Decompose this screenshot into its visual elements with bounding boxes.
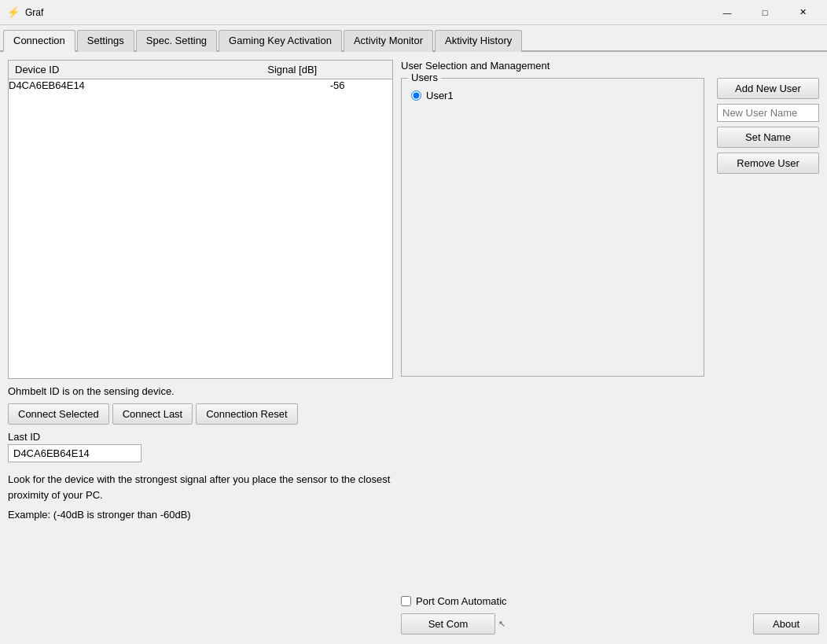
tab-settings[interactable]: Settings (77, 30, 134, 52)
connect-selected-button[interactable]: Connect Selected (8, 403, 109, 425)
port-com-row: Port Com Automatic (401, 595, 507, 607)
col-signal: Signal [dB] (192, 61, 392, 79)
new-user-name-input[interactable] (717, 104, 819, 122)
last-id-input[interactable] (8, 444, 142, 462)
close-button[interactable]: ✕ (785, 1, 821, 24)
user-name-label: User1 (426, 90, 454, 101)
app-icon: ⚡ (6, 6, 20, 20)
status-text: Ohmbelt ID is on the sensing device. (8, 385, 393, 397)
user-radio-user1[interactable] (411, 90, 421, 101)
port-com-checkbox[interactable] (401, 596, 411, 606)
table-row[interactable]: D4CA6EB64E14 -56 (9, 79, 392, 91)
port-com-label: Port Com Automatic (416, 595, 507, 607)
window-controls: — □ ✕ (709, 1, 821, 24)
maximize-button[interactable]: □ (747, 1, 783, 24)
about-section: About (753, 613, 819, 635)
tab-activity-monitor[interactable]: Activity Monitor (344, 30, 433, 52)
titlebar: ⚡ Graf — □ ✕ (0, 0, 827, 25)
minimize-button[interactable]: — (709, 1, 745, 24)
main-content: Device ID Signal [dB] D4CA6EB64E14 -56 (0, 52, 827, 642)
last-id-label: Last ID (8, 431, 393, 443)
last-id-area: Last ID (8, 431, 393, 462)
device-table-body[interactable]: D4CA6EB64E14 -56 (9, 79, 392, 378)
users-groupbox: Users User1 (401, 78, 704, 377)
user-selection-title: User Selection and Management (401, 60, 819, 72)
user-management-area: Users User1 Add New User Set Name Remove… (401, 78, 819, 377)
info-text: Look for the device with the strongest s… (8, 472, 393, 502)
cell-signal: -56 (330, 79, 392, 91)
connection-buttons: Connect Selected Connect Last Connection… (8, 403, 393, 425)
users-list[interactable]: User1 (408, 85, 697, 370)
tab-spec-setting[interactable]: Spec. Setting (136, 30, 217, 52)
tab-bar: Connection Settings Spec. Setting Gaming… (0, 25, 827, 52)
example-text: Example: (-40dB is stronger than -60dB) (8, 509, 393, 521)
about-button[interactable]: About (753, 613, 819, 635)
col-device-id: Device ID (9, 61, 192, 79)
remove-user-button[interactable]: Remove User (717, 153, 819, 174)
port-com-section: Port Com Automatic Set Com ↖ (401, 595, 507, 635)
window-title: Graf (25, 7, 709, 18)
cell-device-id: D4CA6EB64E14 (9, 79, 330, 91)
left-panel: Device ID Signal [dB] D4CA6EB64E14 -56 (8, 60, 393, 635)
device-table-wrapper: Device ID Signal [dB] D4CA6EB64E14 -56 (8, 60, 393, 379)
right-panel: User Selection and Management Users User… (401, 60, 819, 635)
tab-connection[interactable]: Connection (3, 30, 75, 52)
device-table-header: Device ID Signal [dB] (9, 61, 392, 79)
add-new-user-button[interactable]: Add New User (717, 78, 819, 99)
device-table-rows: D4CA6EB64E14 -56 (9, 79, 392, 91)
tab-aktivity-history[interactable]: Aktivity History (435, 30, 522, 52)
connect-last-button[interactable]: Connect Last (112, 403, 193, 425)
tab-gaming-key[interactable]: Gaming Key Activation (219, 30, 342, 52)
set-com-button[interactable]: Set Com (401, 613, 495, 635)
connection-reset-button[interactable]: Connection Reset (196, 403, 297, 425)
set-name-button[interactable]: Set Name (717, 127, 819, 148)
user-radio-item[interactable]: User1 (411, 88, 694, 103)
user-management-buttons: Add New User Set Name Remove User (717, 78, 819, 377)
users-label: Users (408, 72, 441, 83)
cursor-indicator: ↖ (498, 619, 505, 629)
